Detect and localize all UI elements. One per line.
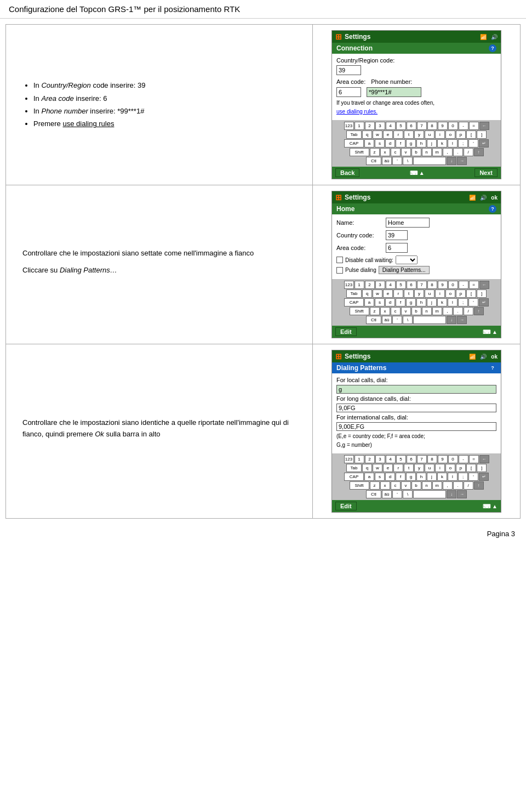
key-ctl[interactable]: Ctl	[366, 157, 381, 165]
kb3-v[interactable]: v	[401, 481, 411, 490]
key-dot[interactable]: .	[453, 148, 463, 156]
kb2-x[interactable]: x	[380, 307, 390, 315]
key-dash[interactable]: -	[459, 122, 468, 130]
kb2-g[interactable]: g	[406, 298, 416, 306]
kb2-semi[interactable]: ;	[458, 298, 468, 306]
kb2-l[interactable]: l	[448, 298, 458, 306]
country-input[interactable]	[336, 65, 361, 75]
key-m[interactable]: m	[432, 148, 442, 156]
key-i[interactable]: i	[435, 130, 445, 139]
kb2-lbr[interactable]: [	[466, 289, 476, 298]
kb2-w[interactable]: w	[373, 289, 382, 298]
kb2-ctl[interactable]: Ctl	[366, 316, 381, 324]
key-up[interactable]: ↑	[474, 148, 484, 156]
key-7[interactable]: 7	[417, 122, 427, 130]
key-2[interactable]: 2	[365, 122, 375, 130]
kb3-p[interactable]: p	[456, 464, 466, 472]
key-k[interactable]: k	[437, 139, 447, 147]
kb2-e[interactable]: e	[383, 289, 393, 298]
kb2-z[interactable]: z	[370, 307, 380, 315]
dialing-patterns-button[interactable]: Dialing Patterns...	[379, 266, 430, 274]
key-e[interactable]: e	[383, 130, 393, 139]
kb3-x[interactable]: x	[380, 481, 390, 490]
country-input-2[interactable]	[386, 230, 408, 240]
key-rbr[interactable]: ]	[477, 130, 487, 139]
kb2-apos[interactable]: '	[468, 298, 478, 306]
kb2-5[interactable]: 5	[396, 281, 406, 289]
key-right[interactable]: →	[457, 157, 467, 165]
help-icon-1[interactable]: ?	[489, 44, 496, 52]
key-x[interactable]: x	[380, 148, 390, 156]
kb3-tab[interactable]: Tab	[346, 464, 362, 472]
kb2-q[interactable]: q	[362, 289, 372, 298]
key-0[interactable]: 0	[448, 122, 458, 130]
kb3-b[interactable]: b	[411, 481, 421, 490]
kb2-tick[interactable]: '	[392, 316, 402, 324]
key-g[interactable]: g	[406, 139, 416, 147]
kb3-m[interactable]: m	[432, 481, 442, 490]
kb3-f[interactable]: f	[396, 473, 405, 481]
ok-label-3[interactable]: ok	[491, 354, 498, 360]
key-o[interactable]: o	[445, 130, 455, 139]
kb3-w[interactable]: w	[373, 464, 382, 472]
kb2-9[interactable]: 9	[438, 281, 448, 289]
kb2-tab[interactable]: Tab	[346, 289, 362, 298]
edit-button-3[interactable]: Edit	[335, 502, 357, 510]
long-input[interactable]	[336, 404, 496, 412]
pulse-checkbox[interactable]	[336, 267, 343, 274]
kb2-0[interactable]: 0	[448, 281, 458, 289]
kb2-d[interactable]: d	[385, 298, 395, 306]
kb2-space[interactable]	[413, 316, 446, 324]
key-5[interactable]: 5	[396, 122, 406, 130]
kb2-2[interactable]: 2	[365, 281, 375, 289]
kb3-dash[interactable]: -	[459, 455, 468, 463]
wm-tab-connection[interactable]: Connection ?	[332, 43, 501, 54]
key-j[interactable]: j	[427, 139, 437, 147]
name-input[interactable]	[386, 218, 430, 228]
kb3-bksp[interactable]: ←	[479, 455, 489, 463]
key-tab[interactable]: Tab	[346, 130, 362, 139]
kb3-2[interactable]: 2	[365, 455, 375, 463]
kb3-c[interactable]: c	[391, 481, 401, 490]
kb3-5[interactable]: 5	[396, 455, 406, 463]
key-bksp[interactable]: ←	[479, 122, 489, 130]
kb2-4[interactable]: 4	[386, 281, 396, 289]
kb2-bksp[interactable]: ←	[479, 281, 489, 289]
kb2-up[interactable]: ↑	[474, 307, 484, 315]
key-bkslash[interactable]: \	[403, 157, 413, 165]
kb3-i[interactable]: i	[435, 464, 445, 472]
kb3-slash[interactable]: /	[464, 481, 473, 490]
kb3-tick[interactable]: '	[392, 490, 402, 498]
back-button[interactable]: Back	[335, 168, 359, 177]
kb3-r[interactable]: r	[393, 464, 403, 472]
kb2-v[interactable]: v	[401, 307, 411, 315]
kb2-au[interactable]: äü	[382, 316, 392, 324]
key-d[interactable]: d	[385, 139, 395, 147]
key-h[interactable]: h	[416, 139, 426, 147]
key-y[interactable]: y	[414, 130, 424, 139]
kb3-space[interactable]	[413, 490, 446, 498]
key-8[interactable]: 8	[427, 122, 437, 130]
key-123[interactable]: 123	[344, 122, 354, 130]
help-icon-3[interactable]: ?	[489, 364, 496, 372]
kb2-t[interactable]: t	[404, 289, 414, 298]
key-comma[interactable]: ,	[443, 148, 453, 156]
key-6[interactable]: 6	[407, 122, 416, 130]
kb2-dash[interactable]: -	[459, 281, 468, 289]
key-shift[interactable]: Shift	[350, 148, 369, 156]
kb2-u[interactable]: u	[425, 289, 434, 298]
dialing-rules-link[interactable]: use dialing rules.	[336, 109, 378, 115]
key-c[interactable]: c	[391, 148, 401, 156]
kb2-comma[interactable]: ,	[443, 307, 453, 315]
key-s[interactable]: s	[375, 139, 385, 147]
kb2-a[interactable]: a	[364, 298, 374, 306]
kb3-eq[interactable]: =	[469, 455, 479, 463]
kb3-lbr[interactable]: [	[466, 464, 476, 472]
kb3-y[interactable]: y	[414, 464, 424, 472]
key-semi[interactable]: ;	[458, 139, 468, 147]
key-u[interactable]: u	[425, 130, 434, 139]
kb3-s[interactable]: s	[375, 473, 385, 481]
kb3-q[interactable]: q	[362, 464, 372, 472]
kb2-c[interactable]: c	[391, 307, 401, 315]
key-l[interactable]: l	[448, 139, 458, 147]
